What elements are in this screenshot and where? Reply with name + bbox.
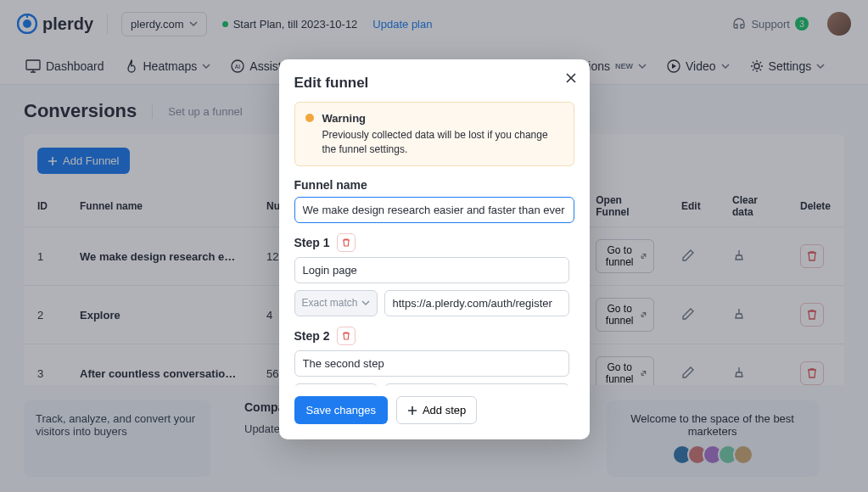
step-name-input[interactable] [294,350,569,377]
funnel-name-input[interactable] [294,197,574,223]
warning-title: Warning [322,111,563,126]
step-header: Step 1 [294,233,569,252]
trash-icon [341,331,351,341]
save-button[interactable]: Save changes [294,396,388,424]
step-label: Step 1 [294,236,330,249]
funnel-name-label: Funnel name [294,178,574,192]
edit-funnel-modal: Edit funnel Warning Previously collected… [279,59,590,439]
step-delete-button[interactable] [337,233,356,252]
step-name-input[interactable] [294,257,569,283]
step-label: Step 2 [294,329,330,343]
step-header: Step 2 [294,327,569,345]
warning-icon [305,114,314,122]
match-type-select: Exact match [294,290,378,316]
modal-overlay: Edit funnel Warning Previously collected… [0,0,868,492]
close-button[interactable] [564,71,578,85]
plus-icon [407,405,417,416]
add-step-button[interactable]: Add step [396,396,477,424]
close-icon [564,71,578,85]
step-delete-button[interactable] [337,327,356,345]
warning-box: Warning Previously collected data will b… [294,102,574,166]
warning-body: Previously collected data will be lost i… [322,129,548,155]
modal-footer: Save changes Add step [294,386,574,424]
modal-title: Edit funnel [294,75,574,92]
steps-scroll[interactable]: Step 1 Exact match Step 2 Exact match St… [294,223,574,386]
trash-icon [341,238,351,248]
chevron-down-icon [361,299,370,307]
step-url-input[interactable] [384,290,569,316]
